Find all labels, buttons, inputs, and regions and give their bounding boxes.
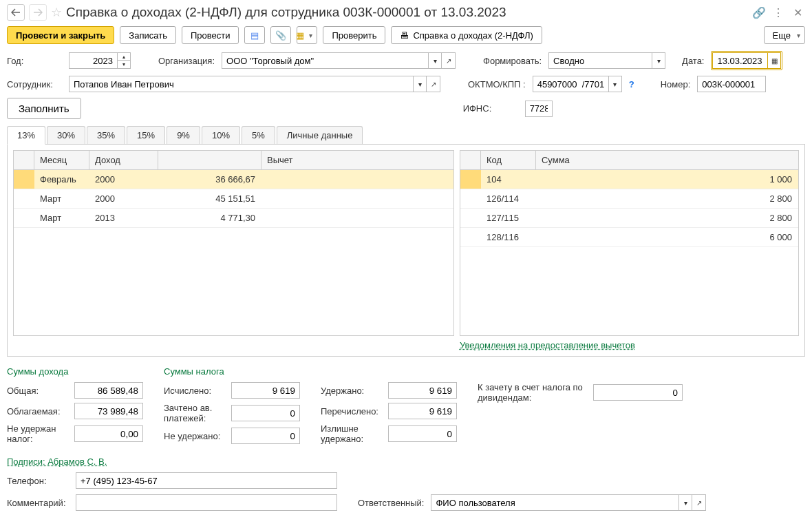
org-open-button[interactable]: ↗	[442, 52, 456, 69]
formmode-field[interactable]: ▾	[548, 52, 665, 69]
comment-input[interactable]	[76, 494, 337, 511]
taxable-input[interactable]	[74, 403, 143, 419]
col-deduct: Вычет	[261, 151, 453, 169]
printer-icon: 🖶	[400, 30, 409, 41]
nav-back-button[interactable]	[7, 4, 25, 21]
notwithheld-input[interactable]	[231, 428, 300, 444]
close-icon[interactable]: ✕	[790, 5, 805, 20]
number-input[interactable]	[697, 76, 766, 92]
arrow-right-icon	[33, 8, 43, 17]
withheld-input[interactable]	[388, 382, 457, 399]
income-row[interactable]: Март 2000 45 151,51	[14, 189, 453, 209]
tab-5[interactable]: 5%	[242, 126, 275, 144]
transferred-label: Перечислено:	[321, 406, 383, 417]
number-label: Номер:	[661, 79, 691, 90]
unwithheld-label: Не удержан налог:	[7, 423, 69, 444]
kebab-menu-icon[interactable]: ⋮	[771, 5, 786, 20]
oktmo-input[interactable]	[533, 76, 608, 92]
transferred-input[interactable]	[388, 403, 457, 419]
formmode-label: Формировать:	[483, 56, 542, 66]
help-icon[interactable]: ?	[629, 79, 634, 90]
document-icon: ▤	[250, 30, 259, 41]
offset-input[interactable]	[231, 405, 300, 421]
link-icon[interactable]: 🔗	[751, 5, 767, 20]
deduct-row[interactable]: 126/114 2 800	[460, 189, 798, 209]
phone-input[interactable]	[76, 472, 337, 489]
col2-code: Код	[481, 151, 536, 169]
arrow-left-icon	[11, 8, 21, 17]
favorite-star-icon[interactable]: ☆	[51, 5, 62, 20]
fill-button[interactable]: Заполнить	[7, 98, 81, 119]
employee-open-button[interactable]: ↗	[427, 76, 440, 92]
formmode-dropdown-button[interactable]: ▾	[652, 52, 665, 69]
taxable-label: Облагаемая:	[7, 406, 69, 417]
total-label: Общая:	[7, 386, 69, 396]
write-button[interactable]: Записать	[120, 26, 176, 44]
post-and-close-button[interactable]: Провести и закрыть	[7, 26, 114, 44]
year-label: Год:	[7, 56, 62, 66]
calculated-input[interactable]	[231, 382, 300, 399]
tab-15[interactable]: 15%	[127, 126, 165, 144]
year-down-button[interactable]: ▾	[117, 61, 131, 69]
income-row[interactable]: Март 2013 4 771,30	[14, 209, 453, 228]
tab-10[interactable]: 10%	[202, 126, 240, 144]
date-field[interactable]: ▦	[711, 51, 782, 70]
income-sums-header: Суммы дохода	[7, 366, 143, 377]
org-field[interactable]: ▾ ↗	[222, 52, 456, 69]
formmode-input[interactable]	[548, 52, 652, 69]
responsible-field[interactable]: ▾ ↗	[431, 494, 706, 511]
check-button[interactable]: Проверить	[323, 26, 385, 44]
unwithheld-input[interactable]	[74, 425, 143, 442]
org-input[interactable]	[222, 52, 428, 69]
structure-button[interactable]: ▤	[244, 26, 265, 44]
income-row[interactable]: Февраль 2000 36 666,67	[14, 170, 453, 189]
responsible-label: Ответственный:	[358, 498, 424, 508]
year-up-button[interactable]: ▴	[117, 52, 131, 61]
overwithheld-label: Излишне удержано:	[321, 423, 383, 444]
dividend-input[interactable]	[593, 384, 683, 401]
income-grid[interactable]: Месяц Доход Вычет Февраль 2000 36 666,67…	[13, 150, 454, 336]
post-button[interactable]: Провести	[182, 26, 239, 44]
responsible-input[interactable]	[431, 494, 679, 511]
deduct-row[interactable]: 128/116 6 000	[460, 228, 798, 247]
employee-label: Сотрудник:	[7, 79, 62, 90]
employee-dropdown-button[interactable]: ▾	[413, 76, 427, 92]
tab-35[interactable]: 35%	[87, 126, 125, 144]
attachment-button[interactable]: 📎	[270, 26, 291, 44]
year-input[interactable]	[69, 52, 117, 69]
more-button[interactable]: Еще	[764, 26, 805, 44]
oktmo-dropdown-button[interactable]: ▾	[608, 76, 622, 92]
create-based-button[interactable]: ▦	[297, 26, 317, 44]
total-input[interactable]	[74, 382, 143, 399]
tab-personal[interactable]: Личные данные	[277, 126, 363, 144]
tab-13[interactable]: 13%	[7, 126, 45, 145]
oktmo-field[interactable]: ▾	[533, 76, 622, 92]
deduction-grid[interactable]: Код Сумма 104 1 000 126/114 2 800 127/11…	[460, 150, 799, 336]
offset-label: Зачтено ав. платежей:	[164, 403, 226, 423]
employee-input[interactable]	[69, 76, 413, 92]
date-calendar-button[interactable]: ▦	[767, 52, 781, 69]
deduct-row[interactable]: 104 1 000	[460, 170, 798, 189]
window-title: Справка о доходах (2-НДФЛ) для сотрудник…	[66, 5, 747, 20]
deduction-notice-link[interactable]: Уведомления на предоставление вычетов	[460, 340, 799, 350]
tab-30[interactable]: 30%	[47, 126, 85, 144]
print-button[interactable]: 🖶Справка о доходах (2-НДФЛ)	[391, 26, 542, 44]
nav-forward-button[interactable]	[29, 4, 47, 21]
col-rownum	[14, 151, 34, 169]
dividend-label: К зачету в счет налога по дивидендам:	[478, 382, 588, 403]
employee-field[interactable]: ▾ ↗	[69, 76, 440, 92]
rate-tabs: 13% 30% 35% 15% 9% 10% 5% Личные данные	[7, 126, 805, 145]
responsible-dropdown-button[interactable]: ▾	[679, 494, 692, 511]
comment-label: Комментарий:	[7, 498, 69, 508]
signatures-link[interactable]: Подписи: Абрамов С. В.	[7, 456, 107, 467]
date-input[interactable]	[712, 52, 767, 69]
col2-sum: Сумма	[536, 151, 798, 169]
deduct-row[interactable]: 127/115 2 800	[460, 209, 798, 228]
org-dropdown-button[interactable]: ▾	[428, 52, 442, 69]
overwithheld-input[interactable]	[388, 425, 457, 442]
responsible-open-button[interactable]: ↗	[692, 494, 706, 511]
ifns-input[interactable]	[525, 101, 553, 117]
tab-9[interactable]: 9%	[167, 126, 200, 144]
year-field[interactable]: ▴ ▾	[69, 52, 131, 69]
col-income-code: Доход	[89, 151, 158, 169]
